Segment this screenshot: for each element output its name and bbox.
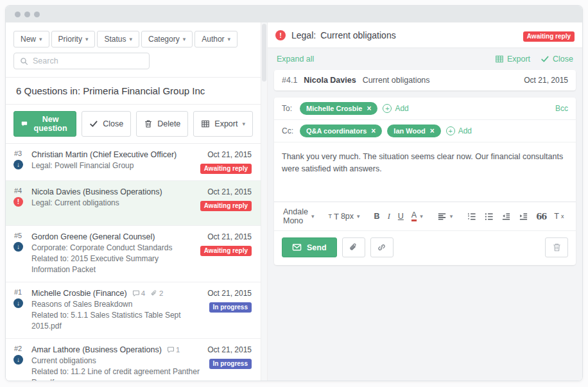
filter-button[interactable]: Priority ▾ — [51, 31, 96, 47]
recipient-pill[interactable]: Ian Wood × — [387, 125, 440, 137]
chevron-down-icon: ▾ — [450, 213, 453, 219]
chevron-down-icon: ▾ — [129, 36, 132, 42]
recipient-name: Ian Wood — [393, 127, 425, 135]
cc-label: Cc: — [282, 126, 295, 135]
new-question-button[interactable]: New question — [13, 111, 76, 137]
question-list-panel: New ▾ Priority ▾ Status ▾ Category — [6, 22, 261, 381]
priority-icon — [13, 242, 23, 252]
comment-icon — [132, 289, 140, 297]
window-control-dot[interactable] — [34, 12, 40, 17]
question-related: Related to: 11.2 Line of credit agreemen… — [31, 366, 201, 381]
status-badge: In progress — [209, 302, 252, 313]
chevron-down-icon: ▾ — [85, 36, 89, 42]
italic-button[interactable]: I — [384, 209, 394, 224]
question-list-item[interactable]: #5 Gordon Greene (General Counsel) Corpo… — [6, 226, 261, 282]
remove-recipient-icon[interactable]: × — [371, 127, 376, 135]
formatting-toolbar: Andale Mono ▾ TT 8px ▾ B I U A ▾ — [274, 202, 576, 230]
add-cc-recipient-button[interactable]: + Add — [446, 126, 472, 135]
font-size-icon: T — [328, 213, 332, 219]
question-author: Michelle Crosbie (Finance) — [31, 289, 127, 298]
search-box[interactable] — [13, 53, 150, 69]
speech-bubble-icon — [21, 119, 28, 128]
chevron-down-icon: ▾ — [183, 36, 186, 42]
window-control-dot[interactable] — [24, 12, 30, 17]
recipient-pill[interactable]: Q&A coordinators × — [300, 125, 382, 137]
bold-button[interactable]: B — [370, 209, 384, 223]
chevron-down-icon: ▾ — [242, 121, 245, 127]
to-label: To: — [282, 104, 295, 113]
thread-item[interactable]: #4.1 Nicola Davies Current obligations O… — [274, 70, 576, 90]
export-questions-button[interactable]: Export ▾ — [193, 111, 253, 137]
scrollbar[interactable] — [261, 22, 268, 381]
blockquote-button[interactable]: 66 — [532, 209, 550, 224]
plus-circle-icon: + — [446, 126, 455, 135]
chevron-down-icon: ▾ — [228, 36, 231, 42]
font-color-button[interactable]: A ▾ — [408, 209, 427, 225]
message-body-editor[interactable]: Thank you very much. The situation seems… — [274, 142, 576, 202]
question-author: Nicola Davies (Business Operations) — [31, 187, 162, 196]
question-id: #3 — [13, 150, 22, 157]
search-icon — [20, 57, 28, 65]
underline-button[interactable]: U — [394, 209, 408, 223]
to-row: To: Michelle Crosbie × + Add Bcc — [274, 98, 576, 120]
chevron-down-icon: ▾ — [420, 213, 423, 219]
ordered-list-button[interactable] — [463, 209, 480, 224]
filter-button[interactable]: New ▾ — [13, 31, 49, 47]
question-list: #3 Christian Martin (Chief Executive Off… — [6, 144, 261, 381]
envelope-icon — [292, 243, 302, 252]
filter-button[interactable]: Category ▾ — [141, 31, 193, 47]
question-list-item[interactable]: #3 Christian Martin (Chief Executive Off… — [6, 144, 261, 181]
thread-author: Nicola Davies — [304, 76, 356, 85]
filter-button[interactable]: Author ▾ — [195, 31, 238, 47]
question-id: #5 — [13, 232, 22, 239]
delete-question-button[interactable]: Delete — [136, 111, 188, 137]
remove-recipient-icon[interactable]: × — [430, 127, 435, 135]
search-input[interactable] — [33, 56, 143, 65]
question-author: Amar Lathore (Business Operations) — [31, 345, 162, 354]
recipient-pill[interactable]: Michelle Crosbie × — [300, 102, 377, 115]
font-size-dropdown[interactable]: TT 8px ▾ — [324, 209, 363, 224]
scrollbar-thumb[interactable] — [262, 24, 266, 82]
status-badge: Awaiting reply — [200, 201, 252, 211]
insert-link-button[interactable] — [370, 237, 393, 257]
bcc-link[interactable]: Bcc — [555, 104, 568, 113]
question-list-item[interactable]: #4 Nicola Davies (Business Operations) L… — [6, 181, 261, 226]
priority-icon — [13, 160, 23, 169]
paperclip-icon — [150, 289, 158, 297]
question-list-item[interactable]: #2 Amar Lathore (Business Operations)1 C… — [6, 339, 261, 381]
status-badge: Awaiting reply — [200, 164, 252, 174]
thread-date: Oct 21, 2015 — [524, 76, 568, 85]
expand-all-link[interactable]: Expand all — [277, 55, 314, 64]
discard-draft-button[interactable] — [545, 237, 568, 257]
add-to-recipient-button[interactable]: + Add — [383, 104, 408, 113]
close-thread-button[interactable]: Close — [540, 55, 573, 64]
status-badge: Awaiting reply — [200, 246, 252, 256]
align-left-icon — [437, 212, 447, 221]
thread-subject: Current obligations — [363, 76, 430, 85]
close-question-button[interactable]: Close — [82, 111, 131, 137]
export-thread-button[interactable]: Export — [495, 55, 530, 64]
send-button[interactable]: Send — [282, 237, 337, 257]
outdent-button[interactable] — [497, 209, 515, 224]
question-id: #4 — [13, 187, 22, 194]
question-related: Related to: 2015 Executive Summary Infor… — [31, 254, 194, 275]
remove-recipient-icon[interactable]: × — [367, 105, 371, 112]
trash-icon — [552, 243, 562, 252]
check-icon — [89, 119, 98, 128]
priority-icon — [13, 197, 23, 207]
bullet-list-icon — [484, 212, 494, 221]
window-control-dot[interactable] — [15, 12, 21, 17]
filter-button[interactable]: Status ▾ — [97, 31, 139, 47]
priority-icon — [13, 355, 23, 365]
comment-count: 1 — [167, 346, 180, 354]
bullet-list-button[interactable] — [480, 209, 497, 224]
attach-file-button[interactable] — [342, 237, 365, 257]
align-dropdown[interactable]: ▾ — [433, 209, 457, 224]
font-family-dropdown[interactable]: Andale Mono ▾ — [279, 205, 318, 228]
outdent-icon — [501, 212, 511, 221]
question-list-item[interactable]: #1 Michelle Crosbie (Finance)42 Reasons … — [6, 282, 261, 339]
clear-formatting-button[interactable]: Tx — [550, 209, 567, 223]
indent-button[interactable] — [515, 209, 532, 224]
question-id: #1 — [13, 288, 22, 296]
comment-icon — [167, 346, 175, 354]
